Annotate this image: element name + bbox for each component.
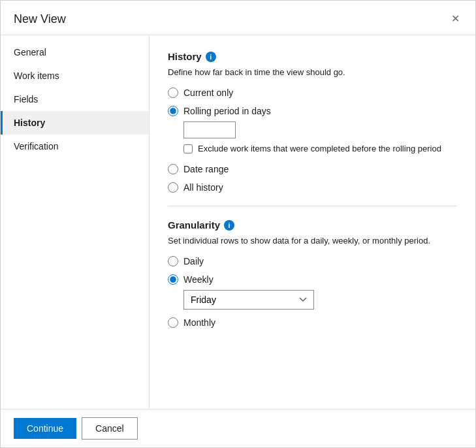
current-only-radio[interactable] <box>168 88 178 98</box>
date-range-option[interactable]: Date range <box>168 164 457 174</box>
new-view-dialog: New View ✕ General Work items Fields His… <box>0 0 476 448</box>
dialog-body: General Work items Fields History Verifi… <box>1 35 475 409</box>
all-history-label: All history <box>183 182 223 193</box>
close-button[interactable]: ✕ <box>449 11 462 27</box>
weekly-container: Weekly Sunday Monday Tuesday Wednesday T… <box>168 274 457 310</box>
daily-label: Daily <box>183 256 204 266</box>
daily-radio[interactable] <box>168 256 178 266</box>
history-section: History i Define how far back in time th… <box>168 51 457 193</box>
section-divider <box>168 206 457 206</box>
sidebar-item-fields[interactable]: Fields <box>1 88 149 111</box>
rolling-period-radio[interactable] <box>168 106 178 116</box>
weekly-label: Weekly <box>183 274 214 285</box>
sidebar-item-work-items[interactable]: Work items <box>1 64 149 88</box>
rolling-period-option[interactable]: Rolling period in days <box>168 106 457 116</box>
monthly-radio[interactable] <box>168 317 178 328</box>
weekly-option[interactable]: Weekly <box>168 274 457 285</box>
granularity-radio-group: Daily Weekly Sunday Monday Tuesday <box>168 256 457 328</box>
history-description: Define how far back in time the view sho… <box>168 67 457 77</box>
granularity-section: Granularity i Set individual rows to sho… <box>168 219 457 328</box>
all-history-option[interactable]: All history <box>168 182 457 193</box>
dialog-footer: Continue Cancel <box>1 409 475 447</box>
monthly-label: Monthly <box>183 317 215 328</box>
date-range-radio[interactable] <box>168 164 178 174</box>
granularity-info-icon[interactable]: i <box>224 220 234 231</box>
history-section-title: History i <box>168 51 457 62</box>
rolling-period-label: Rolling period in days <box>183 106 271 116</box>
date-range-label: Date range <box>183 164 229 174</box>
sidebar: General Work items Fields History Verifi… <box>1 35 150 409</box>
dialog-title: New View <box>14 12 66 26</box>
monthly-option[interactable]: Monthly <box>168 317 457 328</box>
rolling-period-container: Rolling period in days 14 Exclude work i… <box>168 106 457 156</box>
dialog-header: New View ✕ <box>1 1 475 35</box>
sidebar-item-general[interactable]: General <box>1 40 149 64</box>
exclude-label: Exclude work items that were completed b… <box>198 144 441 153</box>
sidebar-item-history[interactable]: History <box>1 111 149 135</box>
sidebar-item-verification[interactable]: Verification <box>1 135 149 158</box>
all-history-radio[interactable] <box>168 182 178 193</box>
granularity-section-title: Granularity i <box>168 219 457 231</box>
cancel-button[interactable]: Cancel <box>82 417 138 440</box>
history-radio-group: Current only Rolling period in days 14 <box>168 88 457 193</box>
exclude-checkbox[interactable] <box>183 144 193 153</box>
day-of-week-select[interactable]: Sunday Monday Tuesday Wednesday Thursday… <box>183 290 314 310</box>
history-info-icon[interactable]: i <box>206 52 216 62</box>
continue-button[interactable]: Continue <box>14 418 76 439</box>
exclude-checkbox-item[interactable]: Exclude work items that were completed b… <box>183 144 457 153</box>
weekly-radio[interactable] <box>168 274 178 285</box>
weekly-sub-section: Sunday Monday Tuesday Wednesday Thursday… <box>183 290 457 310</box>
rolling-sub-section: 14 Exclude work items that were complete… <box>183 121 457 153</box>
current-only-label: Current only <box>183 88 233 98</box>
main-content: History i Define how far back in time th… <box>150 35 475 409</box>
rolling-days-input[interactable]: 14 <box>183 121 236 138</box>
daily-option[interactable]: Daily <box>168 256 457 266</box>
granularity-description: Set individual rows to show data for a d… <box>168 236 457 246</box>
current-only-option[interactable]: Current only <box>168 88 457 98</box>
